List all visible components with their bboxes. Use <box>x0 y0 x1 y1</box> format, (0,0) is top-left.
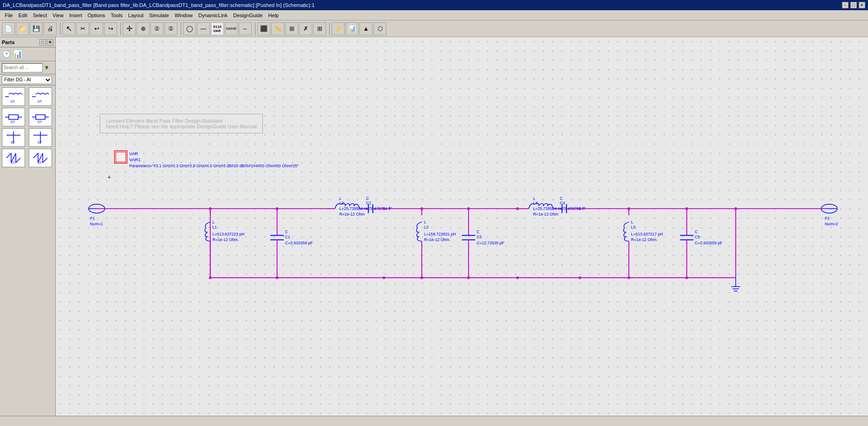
toolbar-measure[interactable]: 📏 <box>271 22 284 35</box>
toolbar-undo[interactable]: ↩ <box>90 22 103 35</box>
menu-edit[interactable]: Edit <box>16 12 30 19</box>
part-item-6[interactable]: ST <box>29 128 52 147</box>
toolbar-redo[interactable]: ↪ <box>104 22 117 35</box>
toolbar-sim5[interactable]: ⬡ <box>373 22 386 35</box>
toolbar-cross[interactable]: ✗ <box>299 22 312 35</box>
toolbar-sim1[interactable]: ⊞ <box>313 22 326 35</box>
toolbar-sep4 <box>254 22 255 35</box>
toolbar-select[interactable]: ↖ <box>62 22 75 35</box>
svg-text:=78.476784 fF: =78.476784 fF <box>366 206 392 211</box>
svg-text:C=3.932659 pF: C=3.932659 pF <box>695 241 723 245</box>
menu-insert[interactable]: Insert <box>66 12 85 19</box>
menu-view[interactable]: View <box>50 12 66 19</box>
svg-text:VAR1: VAR1 <box>129 157 140 162</box>
svg-text:Num=2: Num=2 <box>825 222 838 226</box>
toolbar-pin[interactable]: ② <box>150 22 163 35</box>
svg-text:L5: L5 <box>631 225 636 229</box>
toolbar-sep2 <box>119 22 121 35</box>
svg-text:R=1e-12 Ohm: R=1e-12 Ohm <box>533 212 558 216</box>
toolbar-var[interactable]: 0110VAR <box>211 22 224 35</box>
toolbar-line[interactable]: — <box>197 22 210 35</box>
menu-file[interactable]: File <box>2 12 16 19</box>
svg-text:ST: ST <box>38 141 42 144</box>
svg-text:L4: L4 <box>533 201 538 205</box>
parts-history-icon[interactable]: 🕐 <box>2 50 11 59</box>
minimize-button[interactable]: − <box>842 2 848 8</box>
svg-text:Parameters="#3.1 GHz#3.3 GHz#3: Parameters="#3.1 GHz#3.3 GHz#3.8 GHz#4.0… <box>129 164 299 168</box>
svg-text:R=1e-12 Ohm: R=1e-12 Ohm <box>339 212 365 216</box>
svg-text:C=12.72635 pF: C=12.72635 pF <box>476 241 504 245</box>
toolbar-arrow[interactable]: ← <box>239 22 252 35</box>
svg-text:DT: DT <box>11 100 15 103</box>
title-bar: DA_LCBandpassDT1_band_pass_filter [Band … <box>0 0 868 10</box>
toolbar-box[interactable]: ⬛ <box>257 22 270 35</box>
menu-select[interactable]: Select <box>30 12 50 19</box>
title-bar-controls[interactable]: − □ ✕ <box>842 2 865 8</box>
menu-window[interactable]: Window <box>172 12 196 19</box>
menu-simulate[interactable]: Simulate <box>146 12 172 19</box>
parts-chart-icon[interactable]: 📊 <box>13 50 22 59</box>
part-item-5[interactable]: ST <box>2 128 25 147</box>
svg-point-126 <box>209 207 212 210</box>
status-bar <box>0 416 868 426</box>
toolbar-delete[interactable]: ✂ <box>76 22 89 35</box>
parts-icons-row: 🕐 📊 <box>0 47 55 61</box>
menu-help[interactable]: Help <box>266 12 282 19</box>
svg-point-135 <box>734 207 737 210</box>
toolbar-name[interactable]: NAME <box>225 22 238 35</box>
toolbar-wire[interactable]: ✛ <box>123 22 136 35</box>
part-item-2[interactable]: DT <box>29 87 52 106</box>
part-item-4[interactable]: DT <box>29 108 52 126</box>
toolbar-print[interactable]: 🖨 <box>44 22 57 35</box>
menu-layout[interactable]: Layout <box>125 12 146 19</box>
close-button[interactable]: ✕ <box>859 2 865 8</box>
schematic-area[interactable]: Lumped Element Band Pass Filter Design A… <box>56 37 868 416</box>
parts-title: Parts <box>2 39 15 45</box>
toolbar-open[interactable]: 📁 <box>16 22 29 35</box>
part-item-1[interactable]: DT <box>2 87 25 106</box>
toolbar-sep5 <box>328 22 330 35</box>
svg-text:L: L <box>631 220 633 224</box>
parts-grid: DT DT DT <box>0 85 55 169</box>
svg-text:L=158.722631 pH: L=158.722631 pH <box>424 232 456 236</box>
toolbar-sim4[interactable]: ▲ <box>359 22 372 35</box>
svg-text:C2: C2 <box>366 201 371 205</box>
toolbar-port[interactable]: ② <box>164 22 177 35</box>
svg-point-130 <box>467 207 470 210</box>
svg-text:C: C <box>285 229 288 234</box>
filter-select[interactable]: Filter DG - Al All <box>2 76 52 84</box>
toolbar-sim2[interactable]: ⚡ <box>332 22 345 35</box>
toolbar-shape[interactable]: ◯ <box>183 22 196 35</box>
menu-designguide[interactable]: DesignGuide <box>230 12 266 19</box>
svg-text:L=25.739584 nH: L=25.739584 nH <box>339 206 369 211</box>
part-item-7[interactable]: ST <box>2 149 25 167</box>
svg-text:L2: L2 <box>339 201 344 205</box>
parts-search: ▼ <box>0 61 55 74</box>
svg-rect-23 <box>116 152 125 162</box>
parts-panel: Parts □ ✕ 🕐 📊 ▼ Filter DG - Al All <box>0 37 56 416</box>
svg-point-140 <box>467 276 470 279</box>
part-item-8[interactable]: ST <box>29 149 52 167</box>
parts-pin-button[interactable]: □ <box>39 39 46 46</box>
svg-point-129 <box>420 207 423 210</box>
toolbar-save[interactable]: 💾 <box>30 22 43 35</box>
search-input[interactable] <box>2 63 43 72</box>
filter-icon[interactable]: ▼ <box>44 64 50 71</box>
maximize-button[interactable]: □ <box>850 2 857 8</box>
menu-dynamiclink[interactable]: DynamicLink <box>196 12 230 19</box>
parts-close-button[interactable]: ✕ <box>47 39 53 46</box>
svg-text:L: L <box>339 196 342 201</box>
toolbar-snap[interactable]: ⊞ <box>285 22 298 35</box>
svg-text:L=25.739584 nH: L=25.739584 nH <box>533 206 563 211</box>
svg-point-136 <box>209 276 212 279</box>
menu-tools[interactable]: Tools <box>108 12 125 19</box>
menu-options[interactable]: Options <box>85 12 108 19</box>
toolbar-bus[interactable]: ⊕ <box>137 22 150 35</box>
toolbar-new[interactable]: 📄 <box>2 22 15 35</box>
svg-rect-11 <box>36 115 45 119</box>
toolbar-sim3[interactable]: 📊 <box>346 22 359 35</box>
svg-text:L: L <box>213 220 215 224</box>
menu-bar: File Edit Select View Insert Options Too… <box>0 10 868 20</box>
part-item-3[interactable]: DT <box>2 108 25 126</box>
svg-text:C: C <box>476 229 479 234</box>
